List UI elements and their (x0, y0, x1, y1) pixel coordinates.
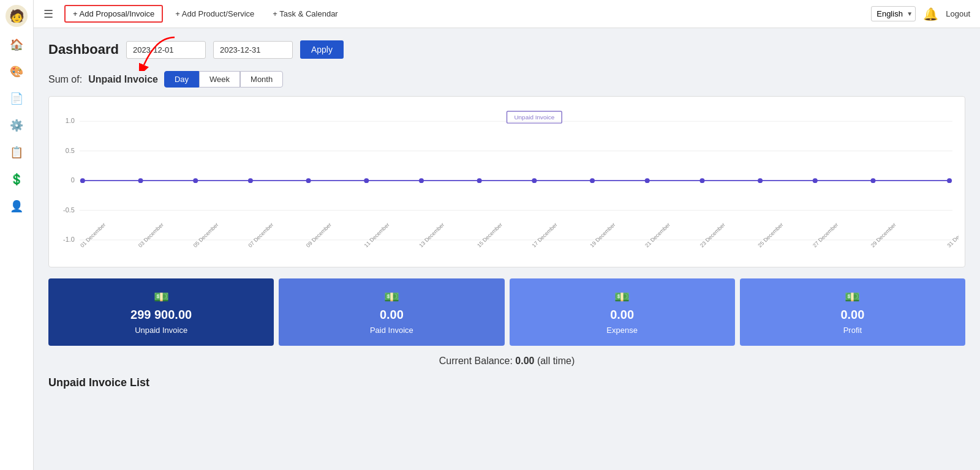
svg-point-19 (477, 178, 482, 183)
sum-label: Sum of: (48, 74, 82, 85)
stat-value-paid: 0.00 (380, 308, 404, 322)
dashboard-header: Dashboard Apply (48, 40, 965, 59)
stat-value-expense: 0.00 (610, 308, 634, 322)
stats-row: 💵 299 900.00 Unpaid Invoice 💵 0.00 Paid … (48, 278, 965, 346)
svg-point-18 (419, 178, 424, 183)
unpaid-invoice-list-section: Unpaid Invoice List (48, 376, 965, 389)
svg-text:19 December: 19 December (589, 222, 616, 248)
svg-point-17 (364, 178, 369, 183)
add-proposal-button[interactable]: + Add Proposal/Invoice (64, 5, 163, 23)
svg-text:11 December: 11 December (363, 222, 391, 248)
svg-point-12 (80, 178, 85, 183)
content-area: Dashboard Apply Sum of: Unpaid Invoice D… (34, 28, 980, 470)
svg-text:27 December: 27 December (812, 222, 839, 248)
svg-point-14 (193, 178, 198, 183)
svg-point-24 (758, 178, 763, 183)
sidebar-item-file[interactable]: 📋 (5, 141, 28, 164)
sidebar-item-doc[interactable]: 📄 (5, 87, 28, 110)
stat-card-paid[interactable]: 💵 0.00 Paid Invoice (279, 278, 504, 346)
stat-card-profit[interactable]: 💵 0.00 Profit (740, 278, 965, 346)
language-selector[interactable]: English ▼ (871, 6, 916, 21)
unpaid-list-title: Unpaid Invoice List (48, 376, 149, 389)
date-from-input[interactable] (126, 41, 206, 59)
page-title: Dashboard (48, 42, 119, 58)
svg-text:13 December: 13 December (418, 222, 445, 248)
add-task-button[interactable]: + Task & Calendar (266, 6, 344, 21)
chart-container: 1.0 0.5 0 -0.5 -1.0 (48, 96, 965, 267)
stat-value-unpaid: 299 900.00 (130, 308, 192, 322)
stat-label-paid: Paid Invoice (370, 326, 413, 335)
sidebar: 🧑 🏠 🎨 📄 ⚙️ 📋 💲 👤 (0, 0, 34, 470)
avatar: 🧑 (6, 5, 28, 27)
add-product-button[interactable]: + Add Product/Service (169, 6, 260, 21)
stat-card-unpaid[interactable]: 💵 299 900.00 Unpaid Invoice (48, 278, 274, 346)
money-icon-unpaid: 💵 (154, 289, 169, 304)
svg-point-21 (590, 178, 595, 183)
svg-point-25 (813, 178, 818, 183)
svg-text:1.0: 1.0 (66, 117, 75, 124)
svg-text:25 December: 25 December (756, 222, 784, 248)
svg-text:05 December: 05 December (192, 222, 219, 248)
money-icon-expense: 💵 (614, 289, 630, 304)
balance-suffix-text: (all time) (537, 356, 575, 366)
notification-bell-icon[interactable]: 🔔 (923, 7, 938, 21)
svg-text:03 December: 03 December (137, 222, 165, 248)
stat-label-expense: Expense (606, 326, 638, 335)
apply-button[interactable]: Apply (300, 40, 344, 59)
svg-point-15 (248, 178, 253, 183)
topnav-right: English ▼ 🔔 Logout (871, 6, 970, 21)
svg-text:0: 0 (71, 176, 75, 184)
svg-text:17 December: 17 December (531, 222, 559, 248)
svg-text:09 December: 09 December (305, 222, 333, 248)
stat-card-expense[interactable]: 💵 0.00 Expense (510, 278, 735, 346)
svg-text:01 December: 01 December (79, 222, 107, 248)
chart-svg: 1.0 0.5 0 -0.5 -1.0 (55, 106, 959, 261)
stat-value-profit: 0.00 (840, 308, 864, 322)
sidebar-item-user[interactable]: 👤 (5, 195, 28, 218)
svg-text:15 December: 15 December (476, 222, 503, 248)
period-tabs: Day Week Month (164, 71, 283, 88)
svg-point-27 (947, 178, 952, 183)
svg-text:0.5: 0.5 (66, 147, 75, 154)
svg-point-16 (306, 178, 311, 183)
stat-label-unpaid: Unpaid Invoice (135, 326, 187, 335)
balance-label: Current Balance: (439, 356, 513, 366)
logout-button[interactable]: Logout (946, 9, 970, 18)
svg-text:-1.0: -1.0 (63, 236, 75, 243)
sum-value: Unpaid Invoice (88, 74, 158, 85)
svg-text:07 December: 07 December (247, 222, 274, 248)
svg-point-20 (532, 178, 537, 183)
svg-text:-0.5: -0.5 (63, 206, 75, 214)
svg-point-26 (870, 178, 875, 183)
main-area: ☰ + Add Proposal/Invoice + Add Product/S… (34, 0, 980, 470)
sum-row: Sum of: Unpaid Invoice Day Week Month (48, 71, 965, 88)
topnav: ☰ + Add Proposal/Invoice + Add Product/S… (34, 0, 980, 28)
date-to-input[interactable] (213, 41, 293, 59)
svg-point-23 (699, 178, 704, 183)
tab-week[interactable]: Week (199, 71, 240, 88)
svg-text:29 December: 29 December (870, 222, 897, 248)
sidebar-item-home[interactable]: 🏠 (5, 33, 28, 56)
svg-text:Unpaid Invoice: Unpaid Invoice (514, 114, 554, 121)
svg-text:21 December: 21 December (644, 222, 671, 248)
svg-point-13 (138, 178, 143, 183)
balance-value: 0.00 (515, 356, 534, 366)
money-icon-profit: 💵 (845, 289, 860, 304)
stat-label-profit: Profit (843, 326, 862, 335)
language-dropdown[interactable]: English (871, 6, 916, 21)
svg-point-22 (645, 178, 650, 183)
tab-month[interactable]: Month (240, 71, 283, 88)
sidebar-item-settings[interactable]: ⚙️ (5, 114, 28, 137)
money-icon-paid: 💵 (384, 289, 399, 304)
sidebar-item-money[interactable]: 💲 (5, 168, 28, 191)
svg-text:23 December: 23 December (699, 222, 726, 248)
tab-day[interactable]: Day (164, 71, 199, 88)
balance-row: Current Balance: 0.00 (all time) (48, 356, 965, 367)
menu-icon[interactable]: ☰ (43, 7, 53, 21)
sidebar-item-palette[interactable]: 🎨 (5, 60, 28, 83)
svg-text:31 December: 31 December (946, 222, 959, 248)
